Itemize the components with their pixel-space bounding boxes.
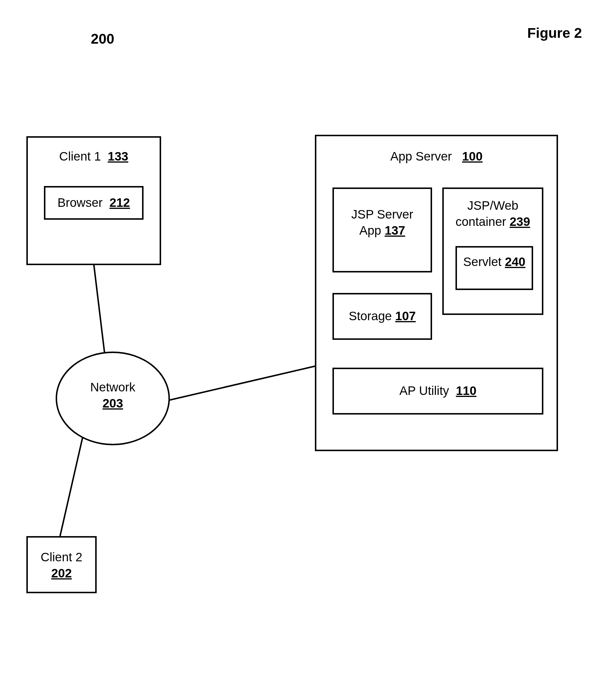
app-server-box: App Server 100 JSP Server App 137 JSP/We… — [315, 135, 558, 451]
app-server-num: 100 — [462, 150, 483, 163]
diagram-canvas: 200 Figure 2 Client 1 133 Browser 212 Ne… — [0, 0, 616, 682]
svg-line-2 — [164, 366, 315, 401]
storage-num: 107 — [395, 309, 416, 323]
servlet-title-text: Servlet — [463, 255, 501, 269]
storage-title-text: Storage — [349, 309, 392, 323]
browser-title-text: Browser — [58, 196, 102, 209]
storage-box: Storage 107 — [333, 293, 432, 340]
client1-box: Client 1 133 Browser 212 — [26, 136, 161, 265]
jsp-server-line1: JSP Server — [351, 207, 413, 221]
jsp-web-line2: container — [455, 215, 506, 228]
jsp-web-line1: JSP/Web — [467, 199, 518, 212]
jsp-web-box: JSP/Web container 239 Servlet 240 — [442, 187, 543, 315]
jsp-server-num: 137 — [385, 224, 405, 237]
network-num: 203 — [102, 396, 123, 410]
servlet-box: Servlet 240 — [455, 246, 533, 290]
jsp-web-title: JSP/Web container 239 — [444, 198, 542, 230]
jsp-web-num: 239 — [510, 215, 530, 228]
servlet-num: 240 — [505, 255, 525, 269]
jsp-server-box: JSP Server App 137 — [333, 187, 432, 272]
browser-box: Browser 212 — [44, 186, 143, 220]
client1-title: Client 1 133 — [28, 150, 160, 163]
figure-number-label: 200 — [91, 31, 114, 47]
network-title-text: Network — [90, 380, 135, 394]
browser-title: Browser 212 — [45, 196, 142, 210]
client2-title: Client 2 202 — [28, 549, 95, 581]
jsp-server-title: JSP Server App 137 — [334, 207, 431, 238]
network-title: Network 203 — [57, 379, 168, 411]
figure-title-label: Figure 2 — [527, 25, 582, 41]
client2-num: 202 — [51, 566, 72, 580]
app-server-title: App Server 100 — [316, 150, 556, 163]
ap-utility-title-text: AP Utility — [399, 384, 449, 397]
ap-utility-box: AP Utility 110 — [333, 368, 543, 414]
client2-box: Client 2 202 — [26, 536, 97, 593]
jsp-server-line2: App — [359, 224, 381, 237]
network-ellipse: Network 203 — [56, 351, 170, 445]
svg-line-1 — [60, 434, 84, 536]
servlet-title: Servlet 240 — [457, 254, 532, 270]
ap-utility-title: AP Utility 110 — [334, 384, 542, 398]
client1-title-text: Client 1 — [59, 150, 101, 163]
svg-line-0 — [94, 264, 106, 360]
client2-title-text: Client 2 — [41, 550, 82, 564]
app-server-title-text: App Server — [390, 150, 452, 163]
client1-num: 133 — [108, 150, 128, 163]
storage-title: Storage 107 — [334, 309, 431, 323]
browser-num: 212 — [110, 196, 130, 209]
ap-utility-num: 110 — [456, 384, 476, 397]
